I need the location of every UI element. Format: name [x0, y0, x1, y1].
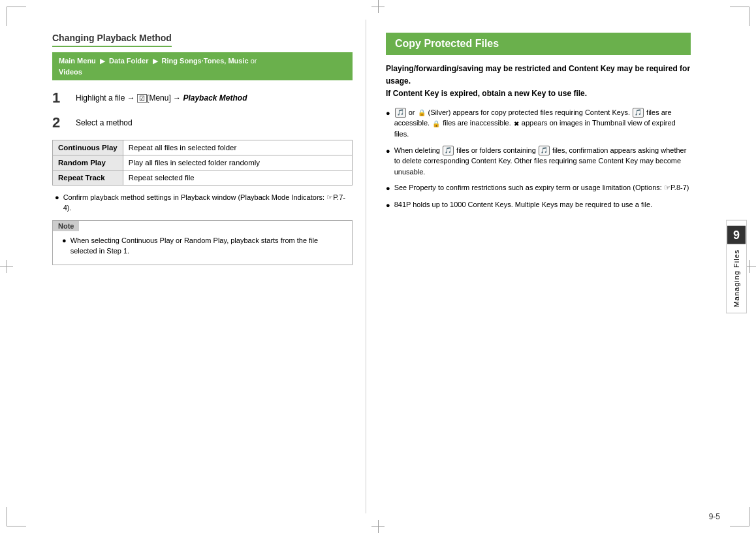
- arrow1: ▶: [100, 56, 105, 67]
- confirm-note: Confirm playback method settings in Play…: [52, 192, 353, 214]
- cp-bullet-0: 🎵 or 🔒 (Silver) appears for copy protect…: [386, 107, 691, 140]
- crop-mark-tl: [7, 7, 26, 26]
- section-title: Changing Playback Method: [52, 33, 172, 47]
- cp-bullet-text-1: When deleting 🎵 files or folders contain…: [394, 145, 691, 178]
- cp-bullets-container: 🎵 or 🔒 (Silver) appears for copy protect…: [386, 107, 691, 211]
- table-desc-1: Play all files in selected folder random…: [123, 155, 352, 170]
- menu-ring-songs: Ring Songs·Tones, Music: [162, 57, 249, 65]
- method-table: Continuous PlayRepeat all files in selec…: [52, 140, 353, 186]
- step-1-arrow1: →: [127, 93, 137, 103]
- cp-bullet-1: When deleting 🎵 files or folders contain…: [386, 145, 691, 178]
- center-mark-top: [371, 0, 385, 13]
- icon-music3: 🎵: [443, 146, 454, 156]
- cp-bullet-text-0: 🎵 or 🔒 (Silver) appears for copy protect…: [394, 107, 691, 140]
- cp-intro: Playing/forwarding/saving may be restric…: [386, 63, 691, 101]
- table-label-0: Continuous Play: [53, 140, 123, 155]
- cp-bullet-text-2: See Property to confirm restrictions suc…: [394, 182, 689, 193]
- icon-cross: ✖: [514, 119, 519, 129]
- menu-videos: Videos: [59, 68, 82, 76]
- menu-main: Main Menu: [59, 57, 96, 65]
- cp-intro-bold1: Playing/forwarding/saving may be restric…: [386, 64, 690, 86]
- icon-music: 🎵: [395, 108, 406, 118]
- center-mark-left: [0, 260, 13, 273]
- cp-bullet-3: 841P holds up to 1000 Content Keys. Mult…: [386, 199, 691, 211]
- table-desc-0: Repeat all files in selected folder: [123, 140, 352, 155]
- table-desc-2: Repeat selected file: [123, 170, 352, 185]
- side-tab-text: Managing Files: [732, 250, 740, 308]
- crop-mark-tr: [730, 7, 749, 26]
- icon-music2: 🎵: [633, 108, 644, 118]
- step-2-content: Select a method: [76, 114, 133, 129]
- table-row-2: Repeat TrackRepeat selected file: [53, 170, 353, 185]
- side-tab-number: 9: [727, 226, 746, 244]
- side-tab: 9 Managing Files: [726, 220, 747, 314]
- note-box: Note When selecting Continuous Play or R…: [52, 220, 353, 265]
- copy-protected-title: Copy Protected Files: [386, 33, 691, 55]
- icon-music4: 🎵: [539, 146, 550, 156]
- table-row-1: Random PlayPlay all files in selected fo…: [53, 155, 353, 170]
- column-divider: [366, 20, 366, 513]
- note-bullet: When selecting Continuous Play or Random…: [59, 235, 345, 257]
- center-mark-bottom: [371, 520, 385, 533]
- step-1-menu-label: [Menu]: [147, 93, 171, 103]
- cp-bullet-2: See Property to confirm restrictions suc…: [386, 182, 691, 194]
- left-column: Changing Playback Method Main Menu ▶ Dat…: [33, 20, 359, 513]
- icon-lock2: 🔒: [432, 119, 440, 129]
- arrow2: ▶: [153, 56, 158, 67]
- step-2-number: 2: [52, 114, 71, 131]
- cp-bullet-text-3: 841P holds up to 1000 Content Keys. Mult…: [394, 199, 652, 210]
- step-1-menu-icon: ☑: [137, 94, 147, 103]
- note-content: When selecting Continuous Play or Random…: [53, 231, 352, 265]
- crop-mark-br: [730, 507, 749, 526]
- step-2: 2 Select a method: [52, 114, 353, 131]
- table-row-0: Continuous PlayRepeat all files in selec…: [53, 140, 353, 155]
- page-number: 9-5: [709, 512, 720, 521]
- step-1-number: 1: [52, 89, 71, 106]
- cp-intro-bold2: If Content Key is expired, obtain a new …: [386, 89, 587, 98]
- table-label-2: Repeat Track: [53, 170, 123, 185]
- confirm-note-text: Confirm playback method settings in Play…: [63, 192, 353, 214]
- table-label-1: Random Play: [53, 155, 123, 170]
- icon-lock: 🔒: [418, 108, 426, 118]
- step-1-pre: Highlight a file: [76, 93, 125, 103]
- step-1-action: Playback Method: [183, 93, 247, 103]
- crop-mark-bl: [7, 507, 26, 526]
- step-1-arrow2: →: [173, 93, 183, 103]
- note-label: Note: [53, 221, 79, 231]
- step-1: 1 Highlight a file → ☑[Menu] → Playback …: [52, 89, 353, 106]
- menu-path: Main Menu ▶ Data Folder ▶ Ring Songs·Ton…: [52, 52, 353, 80]
- step-1-content: Highlight a file → ☑[Menu] → Playback Me…: [76, 89, 247, 105]
- menu-data-folder: Data Folder: [109, 57, 149, 65]
- right-column: Copy Protected Files Playing/forwarding/…: [373, 20, 723, 513]
